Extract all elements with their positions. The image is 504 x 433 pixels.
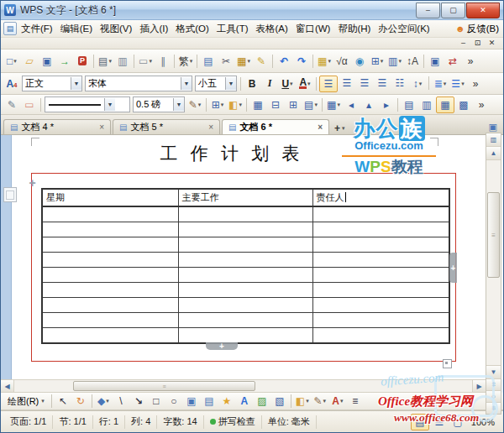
eraser-icon[interactable]: ▭ [21, 97, 38, 112]
format-painter-icon[interactable]: ✎ [253, 54, 270, 69]
clipart-icon[interactable]: ★ [218, 394, 235, 409]
menu-item[interactable]: 窗口(W) [292, 22, 334, 36]
table-cell[interactable] [42, 206, 178, 222]
table-resize-handle[interactable] [443, 359, 452, 368]
document-menu-icon[interactable]: ▤ [3, 22, 17, 35]
dropdown-arrow-icon[interactable]: ▾ [323, 398, 327, 404]
rectangle-icon[interactable]: □ [148, 394, 165, 409]
table-cell[interactable] [42, 268, 178, 283]
feedback-menu-item[interactable]: ☻ 反馈(B) [455, 23, 501, 35]
chevron-down-icon[interactable]: ▼ [173, 98, 184, 111]
distribute-rows-icon[interactable]: ▤ [401, 97, 417, 112]
table-cell[interactable] [178, 206, 312, 222]
dropdown-arrow-icon[interactable]: ▾ [149, 58, 152, 65]
close-icon[interactable]: × [99, 123, 104, 132]
scroll-up-icon[interactable]: ▲ [486, 147, 501, 160]
bold-button[interactable]: B [244, 76, 260, 91]
autoshapes-icon[interactable]: ◆▾ [95, 394, 112, 409]
table-cell[interactable] [312, 283, 449, 298]
dropdown-arrow-icon[interactable]: ▾ [444, 81, 447, 87]
font-size-combobox[interactable]: 小五 ▼ [195, 76, 237, 91]
picture-icon[interactable]: ▨ [254, 394, 270, 409]
insert-table-icon[interactable]: ▦▾ [325, 97, 342, 112]
save-icon[interactable]: ▣ [39, 54, 55, 69]
align-center-icon[interactable]: ☰ [339, 76, 355, 91]
chevron-down-icon[interactable]: ▼ [225, 77, 236, 90]
table-cell[interactable] [178, 237, 312, 253]
table-cell[interactable] [178, 313, 312, 328]
dropdown-arrow-icon[interactable]: ▾ [239, 102, 242, 108]
table-cell[interactable] [312, 298, 449, 313]
page-break-icon[interactable]: ∥ [155, 54, 171, 69]
font-color-button[interactable]: A▾ [297, 76, 313, 91]
align-justify-icon[interactable]: ☰ [374, 76, 391, 91]
menu-item[interactable]: 文件(F) [18, 22, 56, 36]
menu-item[interactable]: 视图(V) [97, 22, 135, 36]
menu-item[interactable]: 办公空间(K) [375, 22, 433, 36]
menu-item[interactable]: 帮助(H) [334, 22, 374, 36]
hscroll-thumb[interactable]: ≡ [73, 381, 255, 391]
insert-column-left-icon[interactable]: ◂ [343, 97, 360, 112]
document-tab[interactable]: ▤文档 5 *× [113, 119, 220, 134]
scroll-down-icon[interactable]: ▼ [486, 365, 501, 378]
insert-cells-icon[interactable]: ▦ [249, 97, 266, 112]
document-tab[interactable]: ▤文档 6 *× [222, 119, 329, 134]
dropdown-arrow-icon[interactable]: ▾ [247, 58, 250, 65]
menu-item[interactable]: 工具(T) [213, 22, 252, 36]
hscroll-track[interactable]: ≡ [14, 380, 472, 392]
document-heading[interactable]: 工 作 计 划 表 [34, 142, 429, 165]
print-icon[interactable]: ▤▾ [97, 54, 113, 69]
page-view-icon[interactable]: ▤ [411, 414, 429, 430]
document-tab[interactable]: ▤文档 4 *× [3, 119, 111, 134]
web-layout-view-icon[interactable]: ▢ [449, 415, 466, 430]
dropdown-arrow-icon[interactable]: ▾ [13, 58, 17, 65]
font-combobox[interactable]: 宋体 ▼ [85, 76, 192, 91]
dropdown-arrow-icon[interactable]: ▾ [108, 58, 112, 65]
child-minimize-button[interactable]: – [457, 39, 470, 48]
align-right-icon[interactable]: ☰ [356, 76, 373, 91]
menu-item[interactable]: 格式(O) [172, 22, 213, 36]
table-header-cell[interactable]: 主要工作 [178, 189, 312, 206]
table-cell[interactable] [42, 253, 178, 268]
borders-icon[interactable]: ⊞▾ [209, 97, 226, 112]
close-icon[interactable]: × [318, 123, 323, 132]
font-dialog-icon[interactable]: A4 [3, 76, 20, 91]
table-cell[interactable] [42, 328, 178, 344]
gridlines-icon[interactable]: ▩ [455, 97, 472, 112]
dropdown-arrow-icon[interactable]: ▾ [342, 125, 345, 132]
quick-calc-table-icon[interactable]: ▦▾ [316, 54, 333, 69]
align-left-icon[interactable]: ☰ [319, 76, 338, 92]
table-cell[interactable] [178, 298, 312, 313]
vertical-textbox-icon[interactable]: ▤ [201, 394, 218, 409]
print-preview-icon[interactable]: ▥ [114, 54, 131, 69]
close-icon[interactable]: × [208, 123, 213, 132]
line-spacing-icon[interactable]: ↕▾ [409, 76, 426, 91]
vscroll-track[interactable]: ≡ [486, 160, 501, 365]
chevron-down-icon[interactable]: ▼ [71, 77, 81, 90]
mail-send-icon[interactable]: → [56, 54, 73, 69]
new-tab-button[interactable]: +▾ [331, 123, 349, 134]
dropdown-arrow-icon[interactable]: ▾ [290, 81, 293, 87]
dropdown-arrow-icon[interactable]: ▾ [190, 58, 193, 65]
fill-color-icon[interactable]: ◧▾ [294, 394, 311, 409]
merge-cells-icon[interactable]: ⊟ [267, 97, 284, 112]
add-row-button[interactable]: + [206, 342, 238, 350]
dropdown-arrow-icon[interactable]: ▾ [306, 398, 309, 404]
zoom-level[interactable]: 100% [466, 417, 500, 427]
border-color-pen-icon[interactable]: ✎▾ [186, 97, 203, 112]
dropdown-arrow-icon[interactable]: ▾ [198, 102, 202, 108]
dropdown-arrow-icon[interactable]: ▾ [221, 102, 224, 108]
insert-rows-icon[interactable]: ▴ [360, 97, 377, 112]
table-cell[interactable] [178, 253, 312, 268]
formula-icon[interactable]: √α [333, 54, 350, 69]
split-cells-icon[interactable]: ⊞ [285, 97, 302, 112]
undo-icon[interactable]: ↶ [276, 54, 292, 69]
line-icon[interactable]: \ [113, 394, 129, 409]
table-cell[interactable] [178, 328, 312, 344]
table-header-cell[interactable]: 星期 [42, 189, 178, 206]
pdf-export-icon[interactable]: P [74, 54, 91, 69]
shading-icon[interactable]: ◧▾ [227, 97, 244, 112]
child-restore-button[interactable]: ⊡ [471, 39, 484, 48]
more-buttons-icon[interactable]: » [473, 97, 490, 112]
insert-column-right-icon[interactable]: ▸ [378, 97, 395, 112]
